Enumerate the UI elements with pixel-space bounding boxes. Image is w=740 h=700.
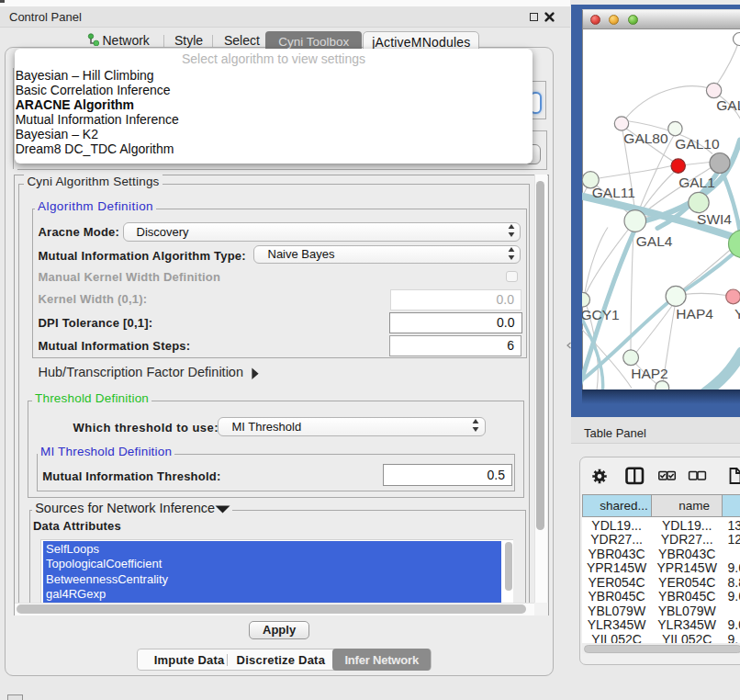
svg-text:GAL80: GAL80 (623, 130, 668, 145)
svg-text:GAL11: GAL11 (592, 185, 635, 200)
svg-text:GAL2: GAL2 (716, 96, 740, 112)
svg-text:HAP2: HAP2 (631, 365, 668, 380)
svg-text:GAL4: GAL4 (636, 232, 673, 248)
svg-text:HAP4: HAP4 (676, 305, 713, 321)
svg-text:Y: Y (734, 305, 740, 321)
svg-text:GAL1: GAL1 (678, 174, 715, 189)
svg-text:SWI4: SWI4 (697, 210, 732, 226)
svg-text:GCY1: GCY1 (582, 306, 620, 322)
svg-text:GAL10: GAL10 (675, 135, 720, 151)
